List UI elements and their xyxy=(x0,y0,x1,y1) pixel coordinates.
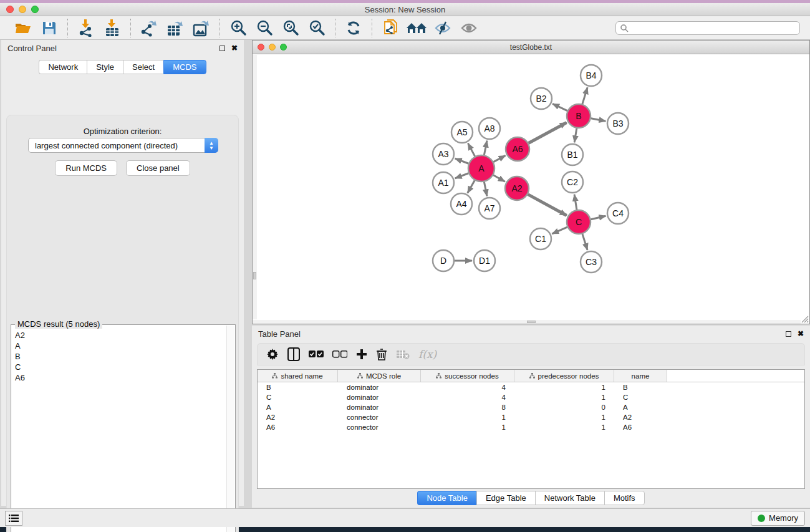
node-C2[interactable]: C2 xyxy=(562,172,583,193)
close-panel-icon[interactable]: ✖ xyxy=(231,44,238,52)
table-row[interactable]: A2connector11A2 xyxy=(258,412,804,422)
edge-B-B4[interactable] xyxy=(582,87,587,104)
close-table-panel-icon[interactable]: ✖ xyxy=(798,330,804,337)
cell-successor-nodes[interactable]: 1 xyxy=(421,423,514,431)
cell-shared-name[interactable]: C xyxy=(258,394,338,401)
cell-name[interactable]: C xyxy=(614,394,667,401)
control-tab-style[interactable]: Style xyxy=(87,60,123,74)
node-B2[interactable]: B2 xyxy=(531,88,552,109)
float-table-panel-icon[interactable] xyxy=(786,331,791,337)
refresh-button[interactable] xyxy=(342,18,365,38)
table-settings-button[interactable] xyxy=(266,348,279,360)
edge-A2-C[interactable] xyxy=(528,195,567,216)
export-image-button[interactable] xyxy=(190,18,213,38)
duplicate-network-button[interactable] xyxy=(379,18,402,38)
control-tab-mcds[interactable]: MCDS xyxy=(163,60,206,74)
node-C[interactable]: C xyxy=(567,210,591,234)
cell-name[interactable]: A2 xyxy=(614,414,667,421)
column-header-MCDS-role[interactable]: MCDS role xyxy=(338,370,421,382)
cell-shared-name[interactable]: A2 xyxy=(258,414,338,421)
edge-A-A8[interactable] xyxy=(484,141,487,155)
cell-MCDS-role[interactable]: connector xyxy=(338,423,421,431)
edge-A-A3[interactable] xyxy=(455,158,469,163)
node-table[interactable]: shared nameMCDS rolesuccessor nodesprede… xyxy=(257,369,805,489)
column-header-shared-name[interactable]: shared name xyxy=(258,370,338,382)
run-mcds-button[interactable]: Run MCDS xyxy=(55,160,117,176)
select-all-button[interactable] xyxy=(309,351,324,358)
edge-B-B3[interactable] xyxy=(591,118,606,122)
resize-grip-icon[interactable] xyxy=(800,314,809,323)
cell-shared-name[interactable]: B xyxy=(258,384,338,391)
edge-A-A2[interactable] xyxy=(493,175,505,181)
node-C1[interactable]: C1 xyxy=(530,228,551,249)
cell-name[interactable]: B xyxy=(614,384,667,391)
cell-shared-name[interactable]: A xyxy=(258,404,338,411)
node-A8[interactable]: A8 xyxy=(479,118,500,139)
control-tab-network[interactable]: Network xyxy=(39,60,87,74)
show-graphics-button[interactable] xyxy=(458,18,480,38)
network-graph[interactable]: AA1A2A3A4A5A6A7A8BB1B2B3B4CC1C2C3C4DD1 xyxy=(258,55,809,319)
export-network-button[interactable] xyxy=(138,18,160,38)
export-table-button[interactable] xyxy=(164,18,186,38)
open-session-button[interactable] xyxy=(12,18,34,38)
node-C3[interactable]: C3 xyxy=(581,251,602,273)
node-A1[interactable]: A1 xyxy=(433,172,454,193)
table-tab-network-table[interactable]: Network Table xyxy=(535,491,604,505)
table-row[interactable]: A6connector11A6 xyxy=(258,422,804,432)
edge-C-C2[interactable] xyxy=(574,195,577,210)
cell-MCDS-role[interactable]: dominator xyxy=(338,394,421,401)
zoom-fit-button[interactable] xyxy=(279,18,302,38)
search-input[interactable] xyxy=(615,21,800,35)
node-A6[interactable]: A6 xyxy=(506,137,529,161)
import-network-button[interactable] xyxy=(75,18,97,38)
edge-A6-B[interactable] xyxy=(529,122,567,143)
mcds-result-item[interactable]: A2 xyxy=(15,330,223,341)
cell-successor-nodes[interactable]: 1 xyxy=(421,414,514,421)
node-B4[interactable]: B4 xyxy=(581,65,602,86)
cell-predecessor-nodes[interactable]: 1 xyxy=(514,414,614,421)
mcds-result-item[interactable]: B xyxy=(15,351,223,362)
network-vertical-scrollbar[interactable] xyxy=(253,55,257,319)
table-row[interactable]: Bdominator41B xyxy=(258,382,804,392)
cell-predecessor-nodes[interactable]: 1 xyxy=(514,394,614,401)
edge-C-C1[interactable] xyxy=(552,227,567,234)
float-panel-icon[interactable] xyxy=(219,46,225,51)
node-A4[interactable]: A4 xyxy=(451,193,472,215)
home-button[interactable] xyxy=(405,18,428,38)
node-A[interactable]: A xyxy=(468,155,494,181)
network-canvas[interactable]: AA1A2A3A4A5A6A7A8BB1B2B3B4CC1C2C3C4DD1 xyxy=(258,55,809,319)
zoom-out-button[interactable] xyxy=(253,18,276,38)
edge-A-A5[interactable] xyxy=(468,143,475,157)
result-scrollbar[interactable] xyxy=(226,326,234,532)
node-D1[interactable]: D1 xyxy=(474,250,495,271)
cell-name[interactable]: A6 xyxy=(614,423,667,431)
control-tab-select[interactable]: Select xyxy=(123,60,163,74)
cell-successor-nodes[interactable]: 8 xyxy=(421,404,514,411)
close-panel-button[interactable]: Close panel xyxy=(126,160,190,176)
memory-button[interactable]: Memory xyxy=(751,511,805,526)
node-A2[interactable]: A2 xyxy=(505,177,529,200)
import-table-button[interactable] xyxy=(101,18,123,38)
node-B3[interactable]: B3 xyxy=(607,113,629,134)
table-tab-motifs[interactable]: Motifs xyxy=(604,491,645,505)
table-tab-node-table[interactable]: Node Table xyxy=(417,491,476,505)
edge-A-A4[interactable] xyxy=(468,180,475,193)
zoom-in-button[interactable] xyxy=(227,18,249,38)
cell-predecessor-nodes[interactable]: 1 xyxy=(514,423,614,431)
edge-A-A7[interactable] xyxy=(484,182,487,196)
node-C4[interactable]: C4 xyxy=(607,203,629,224)
cell-predecessor-nodes[interactable]: 1 xyxy=(514,384,614,391)
node-A5[interactable]: A5 xyxy=(451,122,473,143)
cell-name[interactable]: A xyxy=(614,404,667,411)
split-view-button[interactable] xyxy=(287,347,300,361)
cell-successor-nodes[interactable]: 4 xyxy=(421,394,514,401)
cell-successor-nodes[interactable]: 4 xyxy=(421,384,514,391)
cell-shared-name[interactable]: A6 xyxy=(258,423,338,431)
criterion-dropdown[interactable]: largest connected component (directed) ▲… xyxy=(28,138,218,153)
delete-column-button[interactable] xyxy=(376,348,387,360)
edge-A-A1[interactable] xyxy=(455,173,469,178)
save-session-button[interactable] xyxy=(38,18,60,38)
cell-MCDS-role[interactable]: dominator xyxy=(338,384,421,391)
node-D[interactable]: D xyxy=(433,250,454,271)
add-column-button[interactable] xyxy=(356,349,367,360)
